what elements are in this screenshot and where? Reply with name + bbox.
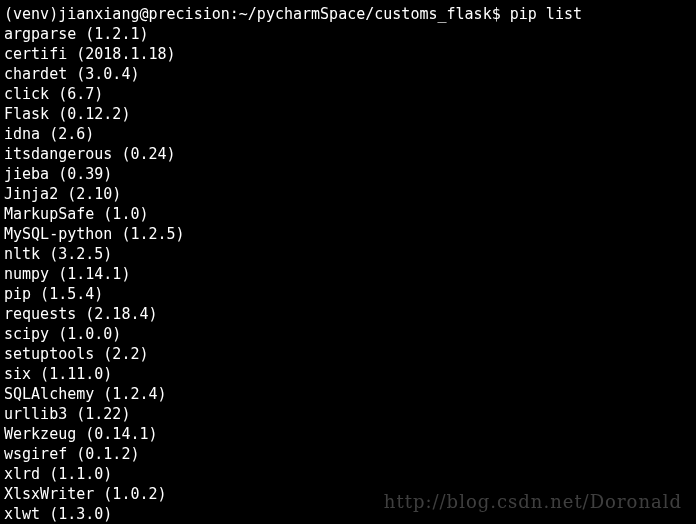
prompt-dollar: $ — [492, 5, 510, 23]
prompt-at: @ — [139, 5, 148, 23]
prompt-user: jianxiang — [58, 5, 139, 23]
prompt-path: ~/pycharmSpace/customs_flask — [239, 5, 492, 23]
command-text: pip list — [510, 5, 582, 23]
prompt-venv: (venv) — [4, 5, 58, 23]
prompt-colon: : — [230, 5, 239, 23]
package-list: argparse (1.2.1) certifi (2018.1.18) cha… — [4, 24, 692, 524]
prompt-host: precision — [149, 5, 230, 23]
terminal-output[interactable]: (venv)jianxiang@precision:~/pycharmSpace… — [0, 0, 696, 524]
